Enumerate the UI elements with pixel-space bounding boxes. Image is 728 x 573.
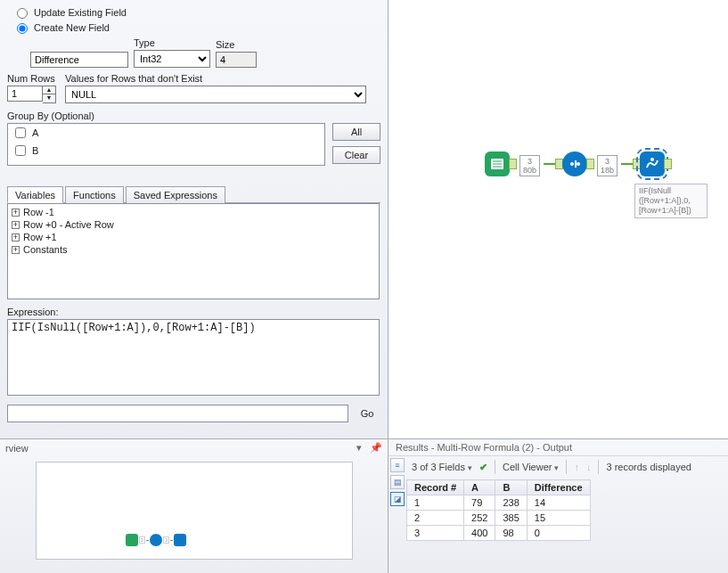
workflow: 380b 318b <box>485 151 671 176</box>
numrows-label: Num Rows <box>7 73 56 84</box>
multi-row-formula-tool[interactable] <box>640 151 665 176</box>
connection-annotation: 318b <box>597 155 618 176</box>
radio-update-row[interactable]: Update Existing Field <box>12 5 380 19</box>
overview-minimap[interactable]: 3 3 <box>36 462 353 560</box>
records-count: 3 records displayed <box>606 462 691 472</box>
table-row[interactable]: 3 400 98 0 <box>407 526 591 541</box>
wire <box>544 163 556 165</box>
radio-create-row[interactable]: Create New Field <box>12 20 380 34</box>
values-select[interactable]: NULL <box>65 86 366 103</box>
view-records-icon[interactable]: ▤ <box>390 475 405 489</box>
groupby-item-b[interactable]: B <box>8 142 324 160</box>
expand-icon[interactable]: + <box>12 233 20 241</box>
variables-tree[interactable]: +Row -1 +Row +0 - Active Row +Row +1 +Co… <box>7 203 380 299</box>
view-data-icon[interactable]: ◪ <box>390 492 405 506</box>
cellviewer-dropdown[interactable]: Cell Viewer ▾ <box>503 462 560 472</box>
table-row[interactable]: 1 79 238 14 <box>407 495 591 511</box>
overview-panel: rview ▾ 📌 3 3 <box>0 439 389 573</box>
expand-icon[interactable]: + <box>12 209 20 217</box>
tab-variables[interactable]: Variables <box>7 186 63 203</box>
text-input-tool[interactable] <box>485 151 510 176</box>
move-up-icon[interactable]: ↑ <box>574 462 579 472</box>
tree-item[interactable]: +Row +1 <box>12 231 375 243</box>
radio-create[interactable] <box>17 23 28 34</box>
svg-point-4 <box>570 162 574 166</box>
numrows-spin-up[interactable]: ▲ <box>43 86 55 94</box>
groupby-check-b[interactable] <box>15 145 26 156</box>
values-label: Values for Rows that don't Exist <box>65 73 380 84</box>
svg-rect-5 <box>575 160 577 168</box>
col-difference[interactable]: Difference <box>527 480 590 495</box>
mini-text-input-tool <box>126 534 138 546</box>
expand-icon[interactable]: + <box>12 221 20 229</box>
size-label: Size <box>216 39 257 50</box>
size-input <box>216 52 257 68</box>
tree-item[interactable]: +Constants <box>12 243 375 256</box>
radio-create-label: Create New Field <box>34 22 110 33</box>
view-list-icon[interactable]: ≡ <box>390 458 405 472</box>
all-button[interactable]: All <box>332 123 380 141</box>
svg-point-7 <box>650 158 654 161</box>
numrows-spin-down[interactable]: ▼ <box>43 94 55 102</box>
fieldname-input[interactable] <box>30 52 128 68</box>
wire <box>621 163 634 165</box>
groupby-item-a[interactable]: A <box>8 124 324 142</box>
pin-icon[interactable]: 📌 <box>370 442 382 453</box>
expand-icon[interactable]: + <box>12 246 20 254</box>
dropdown-icon[interactable]: ▾ <box>356 442 362 453</box>
tab-functions[interactable]: Functions <box>65 186 124 203</box>
workflow-canvas[interactable]: 380b 318b IIF(IsNull ([Row+1:A]),0, [Row… <box>389 0 728 439</box>
results-title: Results - Multi-Row Formula (2) - Output <box>389 439 728 456</box>
check-icon: ✔ <box>479 462 487 473</box>
col-b[interactable]: B <box>495 480 527 495</box>
type-label: Type <box>134 37 210 48</box>
expr-tabs: Variables Functions Saved Expressions <box>7 185 380 203</box>
mini-annotation: 3 <box>139 536 145 544</box>
tree-item[interactable]: +Row +0 - Active Row <box>12 218 375 231</box>
go-input[interactable] <box>7 405 348 422</box>
results-table[interactable]: Record # A B Difference 1 79 238 14 2 <box>406 479 591 541</box>
svg-point-6 <box>577 162 580 166</box>
col-record[interactable]: Record # <box>407 480 464 495</box>
numrows-input[interactable] <box>7 86 43 102</box>
results-panel: Results - Multi-Row Formula (2) - Output… <box>389 439 728 573</box>
tree-item[interactable]: +Row -1 <box>12 206 375 218</box>
expression-label: Expression: <box>7 307 58 317</box>
output-anchor[interactable] <box>586 159 594 169</box>
mini-annotation: 3 <box>163 536 169 544</box>
go-button[interactable]: Go <box>354 405 380 422</box>
mini-multirow-tool <box>174 534 186 546</box>
radio-update-label: Update Existing Field <box>34 7 127 18</box>
groupby-label: Group By (Optional) <box>7 111 94 121</box>
move-down-icon[interactable]: ↓ <box>586 462 592 472</box>
groupby-check-a[interactable] <box>15 127 26 138</box>
output-anchor[interactable] <box>664 159 672 169</box>
output-anchor[interactable] <box>509 159 517 169</box>
fields-dropdown[interactable]: 3 of 3 Fields ▾ <box>412 462 472 472</box>
mini-select-tool <box>150 534 162 546</box>
clear-button[interactable]: Clear <box>332 146 380 164</box>
tool-annotation: IIF(IsNull ([Row+1:A]),0, [Row+1:A]-[B]) <box>634 184 708 218</box>
overview-title: rview <box>5 443 29 454</box>
radio-update[interactable] <box>17 8 28 19</box>
type-select[interactable]: Int32 <box>134 50 210 68</box>
tab-saved[interactable]: Saved Expressions <box>126 186 225 203</box>
connection-annotation: 380b <box>519 155 540 176</box>
col-a[interactable]: A <box>464 480 495 495</box>
table-row[interactable]: 2 252 385 15 <box>407 511 591 526</box>
select-tool[interactable] <box>562 151 587 176</box>
expression-input[interactable]: IIF(IsNull([Row+1:A]),0,[Row+1:A]-[B]) <box>7 319 380 396</box>
config-panel: Update Existing Field Create New Field T… <box>0 0 389 439</box>
groupby-listbox[interactable]: A B <box>7 123 325 166</box>
